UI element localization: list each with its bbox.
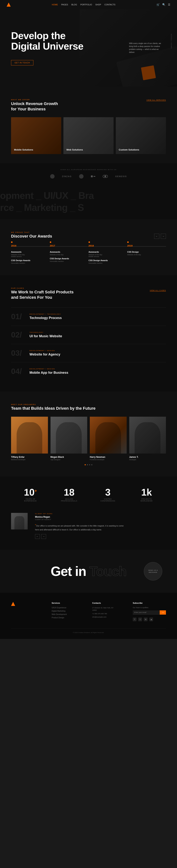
web-solutions-card[interactable]: Web Solutions xyxy=(63,117,114,154)
marquee-section: opment _ UI/UX _ Bra rce _ Marketing _ S xyxy=(0,184,177,219)
stat-experience-label: Years ofExperience xyxy=(11,498,50,502)
hero-description: With every single one of our clients, we… xyxy=(129,42,162,54)
stat-experience-suffix: + xyxy=(34,489,37,493)
nav-shop[interactable]: SHOP xyxy=(95,3,101,6)
cart-icon[interactable]: 🛒 xyxy=(156,3,160,6)
web-card-label: Web Solutions xyxy=(66,148,83,151)
footer-link-webdev[interactable]: Web Development xyxy=(52,613,85,615)
logo-icon xyxy=(7,3,11,7)
team-card-megan[interactable]: Megan Black App Designer xyxy=(51,417,87,461)
footer-email-input[interactable] xyxy=(133,610,160,615)
award-sub-2017-2: Honorable mention xyxy=(50,260,85,262)
testimonial-figure xyxy=(14,516,24,529)
custom-solutions-card[interactable]: Custom Solutions xyxy=(116,117,166,154)
hero-cta-button[interactable]: GET IN TOUCH xyxy=(11,60,33,65)
stats-grid: 10+ Years ofExperience 18 SkilledProfess… xyxy=(11,488,166,502)
cta-message-button[interactable]: SEND US A MESSAGE xyxy=(144,562,162,581)
footer-subscribe-title: Subscribe xyxy=(133,602,166,604)
social-linkedin[interactable]: in xyxy=(144,618,148,621)
testimonial-prev-button[interactable]: ← xyxy=(35,534,40,539)
award-name-2016-2: CSS Design Awards xyxy=(11,259,46,261)
team-card-harry[interactable]: Harry Newman Frontend Developer xyxy=(90,417,127,461)
megan-photo xyxy=(51,417,87,454)
testimonial-next-button[interactable]: → xyxy=(41,534,46,539)
work-title-1: Technology Process xyxy=(30,316,166,320)
team-dot-2[interactable] xyxy=(87,464,88,465)
award-name-2018-2: CSS Design Awards xyxy=(88,259,123,261)
work-number-4: 04/ xyxy=(11,368,26,375)
work-label: OUR CASES xyxy=(11,287,24,289)
award-year-2018: 2018 xyxy=(88,244,123,247)
footer-subscribe-text: Our Team Is Apollites xyxy=(133,607,166,609)
harry-figure xyxy=(95,422,121,454)
partner-logo-2: ZINZAG xyxy=(62,175,72,178)
team-title: Team that Builds Ideas Driven by the Fut… xyxy=(11,406,166,411)
award-sub-2016-1: Website of the dayMobile service xyxy=(11,254,46,257)
team-card-james[interactable]: James T. Strategist xyxy=(129,417,166,461)
work-item-2[interactable]: 02/ TECHNOLOGY UI for Music Website xyxy=(11,326,166,344)
work-title: We Work to Craft Solid Productsand Servi… xyxy=(11,289,73,300)
team-dot-1[interactable] xyxy=(85,464,86,465)
marquee-line-2: rce _ Marketing _ S xyxy=(0,202,84,213)
footer-link-uiux[interactable]: UI/UX Experience xyxy=(52,607,85,609)
awards-prev-button[interactable]: ← xyxy=(154,234,159,239)
james-role: Strategist xyxy=(129,459,166,461)
awards-section: WE PROUD THAT Discover Our Awards ← → 20… xyxy=(0,219,177,275)
footer-subscribe-button[interactable]: → xyxy=(160,610,166,615)
view-all-services[interactable]: VIEW ALL SERVICES xyxy=(146,99,166,101)
partner-logo-5 xyxy=(103,175,108,178)
work-info-4: DEVELOPMENT / DESIGN Mobile App for Busi… xyxy=(30,368,166,375)
nav-contacts[interactable]: CONTACTS xyxy=(105,3,115,6)
work-info-1: DEVELOPMENT / TECHNOLOGY Technology Proc… xyxy=(30,313,166,320)
award-name-2019-1: CSS Design xyxy=(127,251,162,253)
work-title-4: Mobile App for Business xyxy=(30,371,166,375)
work-item-4[interactable]: 04/ DEVELOPMENT / DESIGN Mobile App for … xyxy=(11,362,166,380)
testimonial-nav: ← → xyxy=(35,534,166,539)
hero-section: Develop the Digital Universe GET IN TOUC… xyxy=(0,9,177,87)
footer-brand-col xyxy=(11,602,44,621)
hero-title: Develop the Digital Universe xyxy=(11,30,88,51)
custom-card-label: Custom Solutions xyxy=(119,148,139,151)
nav-pages[interactable]: PAGES xyxy=(61,3,68,6)
nav-portfolio[interactable]: PORTFOLIO xyxy=(80,3,92,6)
logo[interactable] xyxy=(7,3,11,7)
megan-figure xyxy=(56,422,82,454)
testimonial-photo xyxy=(11,513,28,529)
footer-logo-icon xyxy=(11,602,15,606)
work-title-3: Website for Agency xyxy=(30,352,166,356)
view-all-cases[interactable]: VIEW ALL CASES xyxy=(150,289,166,291)
james-figure xyxy=(135,422,160,454)
footer-link-marketing[interactable]: Digital Marketing xyxy=(52,610,85,612)
menu-icon[interactable]: ☰ xyxy=(168,3,170,6)
stat-experience: 10+ Years ofExperience xyxy=(11,488,50,502)
services-cards: Mobile Solutions Web Solutions Custom So… xyxy=(11,117,166,154)
search-icon[interactable]: 🔍 xyxy=(162,3,166,6)
work-number-3: 03/ xyxy=(11,349,26,357)
social-twitter[interactable]: t xyxy=(138,618,142,621)
mobile-solutions-card[interactable]: Mobile Solutions xyxy=(11,117,61,154)
services-label: WHAT WE OFFER xyxy=(11,99,30,101)
work-item-1[interactable]: 01/ DEVELOPMENT / TECHNOLOGY Technology … xyxy=(11,307,166,326)
awards-next-button[interactable]: → xyxy=(161,234,166,239)
social-cloud[interactable]: ☁ xyxy=(149,618,153,621)
nav-icons: 🛒 🔍 ☰ xyxy=(156,3,170,6)
team-dot-3[interactable] xyxy=(89,464,90,465)
marquee-line-1: opment _ UI/UX _ Bra xyxy=(0,190,94,201)
work-item-3[interactable]: 03/ DEVELOPMENT / DESIGN Website for Age… xyxy=(11,344,166,362)
social-facebook[interactable]: f xyxy=(133,618,137,621)
nav-blog[interactable]: BLOG xyxy=(71,3,77,6)
footer-services-title: Services xyxy=(52,602,85,604)
footer-logo[interactable] xyxy=(11,602,44,606)
footer-link-design[interactable]: Product Design xyxy=(52,617,85,619)
footer-top: Services UI/UX Experience Digital Market… xyxy=(11,602,166,621)
hero-side-label: SCROLL DOWN xyxy=(171,34,172,49)
hero-background xyxy=(80,9,177,87)
team-dot-4[interactable] xyxy=(91,464,92,465)
footer-services-col: Services UI/UX Experience Digital Market… xyxy=(52,602,85,621)
award-name-2018-1: Awwwards xyxy=(88,251,123,253)
tiffany-figure xyxy=(17,422,42,454)
nav-home[interactable]: HOME xyxy=(52,3,58,6)
footer-subscribe-col: Subscribe Our Team Is Apollites → f t in… xyxy=(133,602,166,621)
team-card-tiffany[interactable]: Tiffany Enfar Backend Developer xyxy=(11,417,48,461)
award-sub-2018-2: Honorable mention xyxy=(88,262,123,264)
